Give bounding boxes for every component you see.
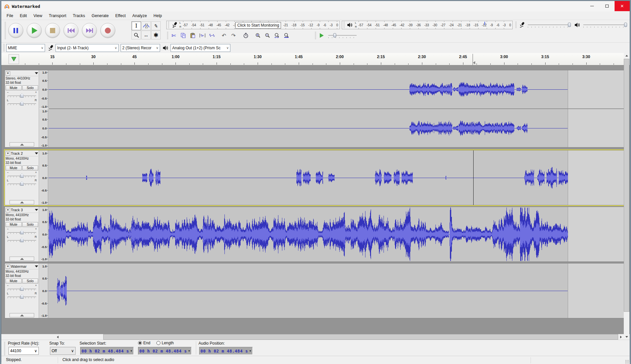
selection-end-radio[interactable]: End xyxy=(138,341,150,345)
recording-channels-select[interactable]: 2 (Stereo) Recor∨ xyxy=(121,44,160,52)
undo-button[interactable]: ↶ xyxy=(219,31,229,40)
toolbar-grip[interactable] xyxy=(4,342,5,355)
snap-to-select[interactable]: Off∨ xyxy=(50,347,76,355)
toolbar-grip[interactable] xyxy=(168,22,169,28)
spinner-icon[interactable]: ▼ xyxy=(130,350,132,353)
vertical-scale-ruler[interactable]: 1.00.50.0-0.5-1.0 xyxy=(39,150,48,205)
pan-slider[interactable]: LR xyxy=(7,236,37,243)
playback-device-select[interactable]: Analog Out (1+2) (Prism Sc∨ xyxy=(171,44,230,52)
solo-button[interactable]: Solo xyxy=(22,279,38,284)
menu-item-help[interactable]: Help xyxy=(150,12,165,19)
track-row-2[interactable]: ✕ Track 2 Mono, 44100Hz 32-bit float Mut… xyxy=(5,150,628,205)
cut-button[interactable]: ✄ xyxy=(169,31,178,40)
toolbar-grip[interactable] xyxy=(343,22,345,28)
track-row-3[interactable]: ✕ Track 3 Mono, 44100Hz 32-bit float Mut… xyxy=(5,207,628,262)
scroll-right-button[interactable] xyxy=(618,334,624,340)
record-button[interactable] xyxy=(100,23,115,38)
stop-button[interactable] xyxy=(45,23,60,38)
pan-slider[interactable]: LR xyxy=(7,179,37,186)
menu-item-transport[interactable]: Transport xyxy=(46,12,70,19)
track-close-button[interactable]: ✕ xyxy=(6,208,10,212)
selection-end-field[interactable]: 00 h 02 m 48.484 s▼ xyxy=(138,347,192,355)
gain-slider[interactable]: −+ xyxy=(7,171,37,178)
playback-meter[interactable]: LR -57-54-51-48-45-42-39-36-33-30-27-24-… xyxy=(342,21,513,29)
redo-button[interactable]: ↷ xyxy=(229,31,238,40)
play-button[interactable] xyxy=(27,23,42,38)
track-name[interactable]: Track 2 xyxy=(11,151,34,155)
audio-host-select[interactable]: MME∨ xyxy=(6,44,45,52)
toolbar-grip[interactable] xyxy=(315,32,316,39)
mute-button[interactable]: Mute xyxy=(6,85,22,90)
multi-tool-button[interactable]: ✱ xyxy=(151,31,161,39)
mute-button[interactable]: Mute xyxy=(6,222,22,227)
copy-button[interactable] xyxy=(178,31,188,40)
mute-button[interactable]: Mute xyxy=(6,279,22,284)
playback-volume-slider[interactable] xyxy=(583,22,626,28)
vertical-scrollbar[interactable] xyxy=(624,53,629,340)
track-collapse-button[interactable] xyxy=(10,200,34,204)
menu-item-generate[interactable]: Generate xyxy=(88,12,112,19)
toolbar-grip[interactable] xyxy=(515,22,517,28)
pan-slider[interactable]: LR xyxy=(7,99,37,106)
silence-audio-button[interactable] xyxy=(207,31,217,40)
solo-button[interactable]: Solo xyxy=(22,222,38,227)
vertical-scale-ruler[interactable]: 1.00.50.0-0.5-1.0 xyxy=(39,109,48,147)
maximize-button[interactable] xyxy=(599,1,615,11)
gain-slider[interactable]: −+ xyxy=(7,228,37,235)
waveform-canvas-track1-ch2[interactable] xyxy=(49,109,628,147)
horizontal-scrollbar[interactable] xyxy=(1,334,624,340)
track-control-panel[interactable]: ✕ Watermar Mono, 44100Hz 32-bit float Mu… xyxy=(5,263,39,318)
track-close-button[interactable]: ✕ xyxy=(6,264,10,269)
audio-position-field[interactable]: 00 h 02 m 48.484 s▼ xyxy=(199,347,253,355)
monitoring-tooltip[interactable]: Click to Start Monitoring xyxy=(235,22,281,29)
track-collapse-button[interactable] xyxy=(10,313,34,317)
menu-item-view[interactable]: View xyxy=(30,12,46,19)
menu-item-tracks[interactable]: Tracks xyxy=(70,12,88,19)
menu-item-effect[interactable]: Effect xyxy=(112,12,129,19)
playback-volume-thumb[interactable] xyxy=(624,23,627,27)
pan-slider[interactable]: LR xyxy=(7,292,37,299)
vertical-scale-ruler[interactable]: 1.00.50.0-0.5-1.0 xyxy=(39,263,48,318)
waveform-canvas-track1-ch1[interactable] xyxy=(49,70,628,108)
skip-to-end-button[interactable] xyxy=(82,23,97,38)
skip-to-start-button[interactable] xyxy=(63,23,79,38)
solo-button[interactable]: Solo xyxy=(22,85,38,90)
draw-tool-button[interactable]: ✎ xyxy=(151,21,161,30)
vertical-scale-ruler[interactable]: 1.00.50.0-0.5-1.0 xyxy=(39,207,48,262)
track-menu-icon[interactable] xyxy=(35,72,38,74)
scroll-down-button[interactable] xyxy=(624,334,629,340)
scroll-up-button[interactable] xyxy=(624,53,629,58)
toolbar-grip[interactable] xyxy=(3,44,5,52)
time-shift-tool-button[interactable]: ↔ xyxy=(141,31,151,39)
recording-volume-thumb[interactable] xyxy=(568,23,571,27)
toolbar-grip[interactable] xyxy=(5,22,6,39)
track-collapse-button[interactable] xyxy=(10,142,34,147)
track-collapse-button[interactable] xyxy=(10,257,34,261)
close-button[interactable]: ✕ xyxy=(615,1,630,11)
track-control-panel[interactable]: ✕ Track 3 Mono, 44100Hz 32-bit float Mut… xyxy=(5,207,39,262)
track-close-button[interactable]: ✕ xyxy=(6,71,10,76)
menu-item-edit[interactable]: Edit xyxy=(16,12,30,19)
gain-slider[interactable]: −+ xyxy=(7,91,37,98)
recording-volume-slider[interactable] xyxy=(528,22,571,28)
vertical-scroll-thumb[interactable] xyxy=(624,59,629,312)
track-menu-icon[interactable] xyxy=(35,265,38,267)
track-control-panel[interactable]: ✕ Stereo, 44100Hz 32-bit float Mute Solo… xyxy=(5,70,39,147)
track-control-panel[interactable]: ✕ Track 2 Mono, 44100Hz 32-bit float Mut… xyxy=(5,150,39,205)
fit-project-button[interactable] xyxy=(282,31,291,40)
zoom-tool-button[interactable] xyxy=(131,31,141,39)
fit-selection-button[interactable] xyxy=(272,31,282,40)
zoom-in-button[interactable] xyxy=(253,31,263,40)
track-menu-icon[interactable] xyxy=(35,209,38,211)
solo-button[interactable]: Solo xyxy=(22,166,38,171)
sync-lock-button[interactable] xyxy=(241,31,250,40)
resize-grip[interactable] xyxy=(625,359,629,364)
pause-button[interactable] xyxy=(8,23,23,38)
selection-length-radio[interactable]: Length xyxy=(156,341,174,345)
waveform-canvas-track4[interactable] xyxy=(49,263,628,318)
mute-button[interactable]: Mute xyxy=(6,166,22,171)
timeline-ruler[interactable]: 1530451:001:151:301:452:002:152:302:453:… xyxy=(1,53,630,65)
track-row-1[interactable]: ✕ Stereo, 44100Hz 32-bit float Mute Solo… xyxy=(5,70,628,148)
track-area[interactable]: ✕ Stereo, 44100Hz 32-bit float Mute Solo… xyxy=(1,65,630,334)
menu-item-file[interactable]: File xyxy=(3,12,16,19)
